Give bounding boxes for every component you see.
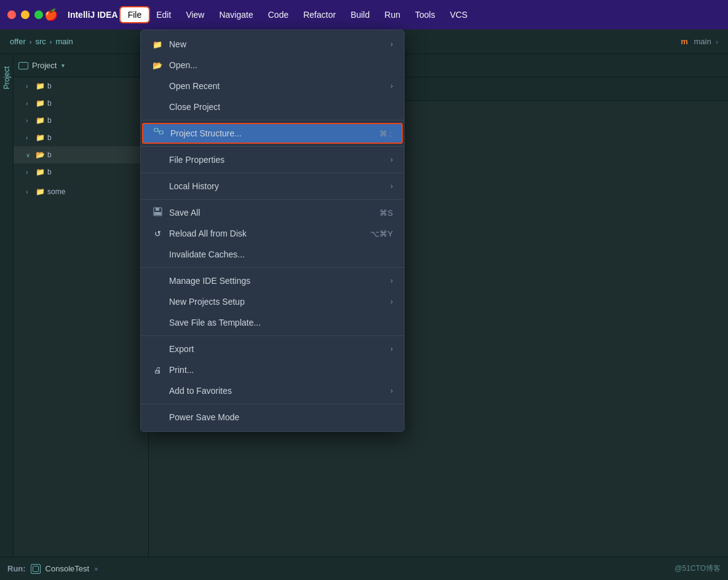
project-header: Project ▾: [14, 54, 148, 77]
menu-open[interactable]: 📂 Open...: [141, 55, 404, 76]
menu-save-all[interactable]: Save All ⌘S: [141, 202, 404, 223]
breadcrumb-sep1: ›: [30, 38, 32, 45]
print-icon: 🖨: [152, 366, 163, 375]
menu-project-structure-label: Project Structure...: [170, 128, 373, 138]
menu-file-properties-label: File Properties: [169, 155, 382, 165]
menu-open-recent-label: Open Recent: [169, 81, 382, 91]
app-name: IntelliJ IDEA: [68, 10, 118, 20]
tree-item[interactable]: › 📁 b: [14, 95, 148, 112]
menu-export[interactable]: Export ›: [141, 339, 404, 359]
tree-item-label: b: [47, 82, 52, 90]
submenu-arrow-icon: ›: [390, 297, 393, 306]
project-icon: [18, 62, 28, 69]
menu-save-all-shortcut: ⌘S: [379, 208, 393, 218]
menu-close-project[interactable]: Close Project: [141, 96, 404, 117]
menu-vcs[interactable]: VCS: [443, 7, 475, 22]
tree-arrow-icon: ∨: [26, 152, 33, 159]
minimize-button[interactable]: [21, 10, 30, 19]
folder-icon: 📁: [36, 116, 45, 125]
menu-code[interactable]: Code: [261, 7, 296, 22]
tree-item-label: b: [47, 151, 52, 159]
separator: [141, 146, 404, 147]
menu-refactor[interactable]: Refactor: [296, 7, 343, 22]
traffic-lights: [7, 10, 43, 19]
tree-item[interactable]: › 📁 b: [14, 163, 148, 181]
breadcrumb-sep2: ›: [50, 38, 52, 45]
tree-item[interactable]: › 📁 b: [14, 77, 148, 95]
run-tab-close[interactable]: ×: [94, 565, 98, 573]
tree-item-some[interactable]: › 📁 some: [14, 183, 148, 200]
menu-new[interactable]: 📁 New ›: [141, 34, 404, 55]
menu-project-structure[interactable]: Project Structure... ⌘ ;: [142, 123, 403, 144]
apple-menu[interactable]: 🍎: [44, 8, 58, 22]
project-title: Project: [32, 61, 57, 70]
project-dropdown-arrow[interactable]: ▾: [61, 62, 65, 69]
breadcrumb: offer › src › main: [10, 37, 73, 46]
tree-item-label: some: [47, 187, 65, 196]
submenu-arrow-icon: ›: [390, 82, 393, 90]
menu-file[interactable]: File: [121, 7, 149, 22]
menu-run[interactable]: Run: [377, 7, 408, 22]
close-button[interactable]: [7, 10, 16, 19]
menu-print[interactable]: 🖨 Print...: [141, 359, 404, 380]
menu-new-label: New: [169, 39, 382, 49]
submenu-arrow-icon: ›: [390, 182, 393, 190]
menu-view[interactable]: View: [178, 7, 212, 22]
tree-arrow-icon: ›: [26, 100, 33, 107]
menu-tools[interactable]: Tools: [408, 7, 443, 22]
menu-file-properties[interactable]: File Properties ›: [141, 149, 404, 170]
submenu-arrow-icon: ›: [390, 276, 393, 285]
menu-build[interactable]: Build: [343, 7, 377, 22]
fullscreen-button[interactable]: [34, 10, 43, 19]
menu-invalidate-caches[interactable]: Invalidate Caches...: [141, 244, 404, 265]
folder-icon: 📁: [36, 99, 45, 108]
project-tab-label[interactable]: Project: [2, 66, 11, 89]
submenu-arrow-icon: ›: [390, 155, 393, 164]
tree-arrow-icon: ›: [26, 189, 33, 195]
tree-item[interactable]: › 📁 b: [14, 129, 148, 146]
tree-item[interactable]: › 📁 b: [14, 112, 148, 129]
submenu-arrow-icon: ›: [390, 345, 393, 353]
folder-icon: 📁: [152, 40, 163, 49]
menu-new-projects-setup-label: New Projects Setup: [169, 297, 382, 307]
tree-item-label: b: [47, 168, 52, 176]
breadcrumb-src[interactable]: src: [35, 37, 46, 46]
menu-reload-disk[interactable]: ↺ Reload All from Disk ⌥⌘Y: [141, 223, 404, 244]
menu-navigate[interactable]: Navigate: [212, 7, 260, 22]
menu-local-history[interactable]: Local History ›: [141, 176, 404, 197]
reload-icon: ↺: [152, 229, 163, 238]
menu-local-history-label: Local History: [169, 181, 382, 191]
menu-manage-ide[interactable]: Manage IDE Settings ›: [141, 270, 404, 291]
tree-item[interactable]: ∨ 📂 b: [14, 146, 148, 163]
tree-arrow-icon: ›: [26, 169, 33, 176]
menu-save-as-template[interactable]: Save File as Template...: [141, 312, 404, 333]
menu-edit[interactable]: Edit: [149, 7, 178, 22]
menu-power-save[interactable]: Power Save Mode: [141, 407, 404, 428]
separator: [141, 199, 404, 200]
submenu-arrow-icon: ›: [390, 40, 393, 49]
folder-icon: 📁: [36, 187, 45, 196]
breadcrumb-main[interactable]: main: [55, 37, 73, 46]
separator: [141, 335, 404, 336]
menu-reload-disk-shortcut: ⌥⌘Y: [370, 229, 393, 238]
file-dropdown-menu: 📁 New › 📂 Open... Open Recent › Close Pr…: [140, 29, 405, 432]
menu-manage-ide-label: Manage IDE Settings: [169, 276, 382, 286]
tree-item-label: b: [47, 116, 52, 125]
separator: [141, 267, 404, 268]
tree-arrow-icon: ›: [26, 83, 33, 90]
toolbar-right-label: m main ›: [681, 37, 718, 46]
menu-open-recent[interactable]: Open Recent ›: [141, 76, 404, 96]
menu-close-project-label: Close Project: [169, 102, 393, 112]
svg-rect-5: [154, 212, 161, 215]
breadcrumb-offer[interactable]: offer: [10, 37, 26, 46]
folder-icon: 📁: [36, 168, 45, 176]
menu-add-to-favorites[interactable]: Add to Favorites ›: [141, 380, 404, 401]
menu-export-label: Export: [169, 344, 382, 354]
menu-open-label: Open...: [169, 60, 393, 70]
menu-reload-disk-label: Reload All from Disk: [169, 229, 364, 238]
folder-icon: 📂: [36, 151, 45, 159]
menu-new-projects-setup[interactable]: New Projects Setup ›: [141, 291, 404, 312]
tree-item-label: b: [47, 133, 52, 142]
menu-add-to-favorites-label: Add to Favorites: [169, 386, 382, 396]
sidebar-tab: Project: [0, 54, 14, 557]
